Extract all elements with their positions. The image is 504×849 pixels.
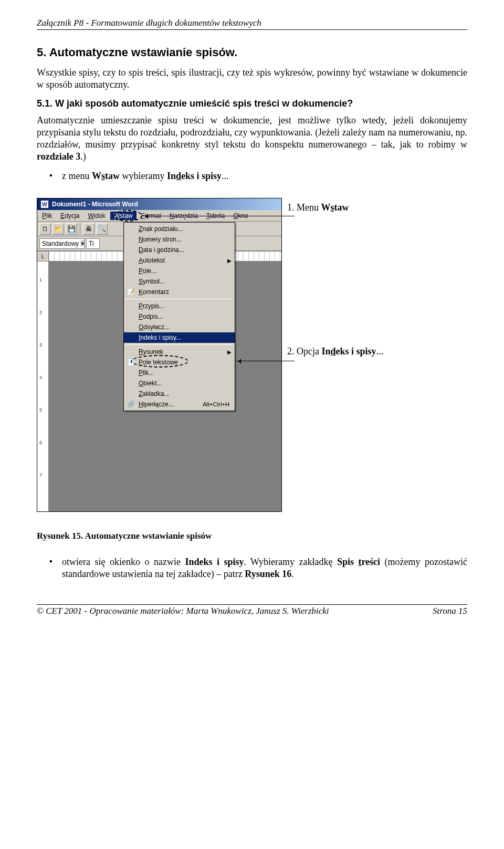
menu-item-plik[interactable]: Plik xyxy=(38,212,56,220)
separator xyxy=(80,223,80,235)
menu-item[interactable]: Zakładka... xyxy=(124,389,235,399)
annotation-label-1: 1. Menu Wstaw xyxy=(287,202,467,214)
text: taw xyxy=(334,202,349,213)
open-icon[interactable]: 📂 xyxy=(52,223,64,235)
text: otwiera się okienko o nazwie xyxy=(62,557,185,567)
menu-item[interactable]: Numery stron... xyxy=(124,234,235,245)
menu-item-icon xyxy=(126,348,135,356)
text: W xyxy=(321,202,331,213)
menu-item-icon: 📝 xyxy=(126,288,135,296)
menu-item[interactable]: 📄Pole tekstowe xyxy=(124,357,235,368)
bullet-item: z menu Wstaw wybieramy Indeks i spisy... xyxy=(37,170,467,182)
text: d xyxy=(176,171,181,181)
annotation-arrow xyxy=(236,361,295,361)
menu-item-icon xyxy=(126,379,135,387)
preview-icon[interactable]: 🔍 xyxy=(96,223,108,235)
menu-item[interactable]: Podpis... xyxy=(124,311,235,322)
page-footer: © CET 2001 - Opracowanie materiałów: Mar… xyxy=(37,604,467,616)
menu-item-icon xyxy=(126,246,135,254)
menu-item-label: Numery stron... xyxy=(139,236,182,243)
menu-item[interactable]: Pole... xyxy=(124,266,235,276)
text: wybieramy xyxy=(120,171,167,181)
menu-item-label: Autotekst xyxy=(139,257,165,264)
menu-item[interactable]: Autotekst▶ xyxy=(124,255,235,266)
text: Spis xyxy=(337,557,359,567)
ruler-number: 1 xyxy=(39,277,42,282)
menu-item-icon xyxy=(126,390,135,398)
text: . xyxy=(291,569,294,579)
menu-item-label: Data i godzina... xyxy=(139,246,184,254)
heading-2: 5.1. W jaki sposób automatycznie umieści… xyxy=(37,98,467,109)
text: reści xyxy=(361,557,380,567)
menu-item-widok[interactable]: Widok xyxy=(84,212,109,220)
menu-item-label: Podpis... xyxy=(139,313,163,320)
menu-item[interactable]: 🔗Hiperłącze...Alt+Ctrl+H xyxy=(124,399,235,410)
menu-item-label: Znak podziału... xyxy=(139,225,183,233)
text: eks i spisy xyxy=(336,346,376,357)
submenu-arrow-icon: ▶ xyxy=(227,258,232,264)
menu-separator xyxy=(125,299,234,299)
footer-left: © CET 2001 - Opracowanie materiałów: Mar… xyxy=(37,606,329,616)
heading-1: 5. Automatyczne wstawianie spisów. xyxy=(37,46,467,59)
ruler-number: 4 xyxy=(39,375,42,380)
combo-value: Ti xyxy=(89,240,94,247)
style-combo[interactable]: Standardowy▾ xyxy=(39,238,85,249)
menu-item-icon xyxy=(126,312,135,321)
print-icon[interactable]: 🖶 xyxy=(83,223,94,235)
menu-item-icon xyxy=(126,267,135,275)
screenshot-figure: W Dokument1 - Microsoft Word PlikEdycjaW… xyxy=(37,198,282,512)
menu-item-icon xyxy=(126,235,135,244)
text-bold: Rysunek 16 xyxy=(245,569,291,579)
menu-item-icon xyxy=(126,302,135,310)
menu-item[interactable]: Przypis... xyxy=(124,301,235,311)
menu-item-edycja[interactable]: Edycja xyxy=(57,212,83,220)
new-icon[interactable]: 🗋 xyxy=(39,223,51,235)
font-combo[interactable]: Ti xyxy=(86,238,100,249)
ruler-number: 3 xyxy=(39,342,42,348)
ruler-number: 5 xyxy=(39,407,42,413)
text: .) xyxy=(80,151,86,162)
save-icon[interactable]: 💾 xyxy=(66,223,77,235)
text: W xyxy=(92,171,101,181)
tab-selector[interactable]: L xyxy=(37,251,49,261)
bullet-item: otwiera się okienko o nazwie Indeks i sp… xyxy=(37,556,467,580)
figure-caption: Rysunek 15. Automatyczne wstawianie spis… xyxy=(37,531,467,541)
menu-item[interactable]: Rysunek▶ xyxy=(124,347,235,357)
menu-item-label: Komentarz xyxy=(139,288,169,296)
menu-item-label: Indeks i spisy... xyxy=(139,334,181,341)
menu-item-label: Symbol... xyxy=(139,278,165,285)
insert-menu-dropdown: Znak podziału...Numery stron...Data i go… xyxy=(123,222,235,411)
text: ... xyxy=(376,346,384,357)
menu-item-label: Odsyłacz... xyxy=(139,323,170,331)
text: d xyxy=(331,346,336,357)
menu-item-label: Rysunek xyxy=(139,348,163,355)
submenu-arrow-icon: ▶ xyxy=(227,349,232,355)
text: Automatycznie umieszczanie spisu treści … xyxy=(37,115,467,150)
text: s xyxy=(101,171,105,181)
text: 1. Menu xyxy=(287,202,321,213)
menu-item-wstaw[interactable]: Wstaw xyxy=(110,212,136,220)
menu-item[interactable]: Obiekt... xyxy=(124,378,235,389)
word-icon: W xyxy=(40,200,49,208)
menu-item-label: Hiperłącze... xyxy=(139,401,174,408)
window-title: Dokument1 - Microsoft Word xyxy=(52,201,138,208)
text: 2. Opcja xyxy=(287,346,321,357)
menu-item[interactable]: Symbol... xyxy=(124,276,235,287)
menu-item[interactable]: Indeks i spisy... xyxy=(124,332,235,343)
text: taw xyxy=(105,171,120,181)
menu-item[interactable]: Znak podziału... xyxy=(124,224,235,234)
menu-item[interactable]: Data i godzina... xyxy=(124,245,235,255)
menu-item-icon xyxy=(126,225,135,233)
menu-item-label: Obiekt... xyxy=(139,380,162,387)
text-bold: rozdziale 3 xyxy=(37,151,80,162)
menu-item[interactable]: 📝Komentarz xyxy=(124,287,235,297)
menu-item[interactable]: Plik... xyxy=(124,368,235,378)
menu-item[interactable]: Odsyłacz... xyxy=(124,322,235,332)
word-window: W Dokument1 - Microsoft Word PlikEdycjaW… xyxy=(37,198,282,512)
text: In xyxy=(321,346,330,357)
menu-item-label: Pole tekstowe xyxy=(139,359,178,366)
text: z menu xyxy=(62,171,92,181)
ruler-number: 6 xyxy=(39,440,42,445)
ruler-number: 7 xyxy=(39,473,42,478)
footer-right: Strona 15 xyxy=(433,606,467,616)
